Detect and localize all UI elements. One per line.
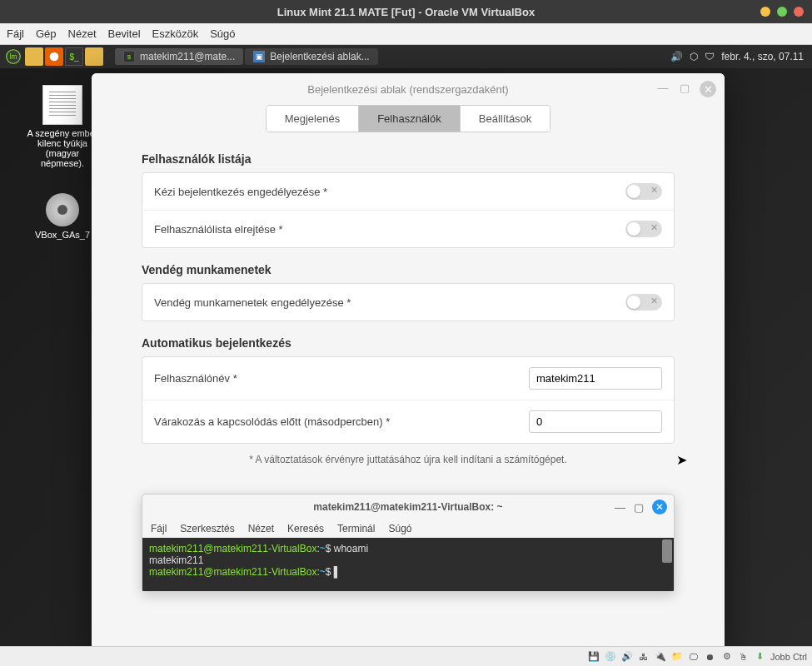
settings-minimize-button[interactable]: —	[656, 81, 670, 94]
shield-icon[interactable]: 🛡	[705, 51, 715, 62]
tab-users[interactable]: Felhasználók	[359, 106, 461, 132]
row-manual-login: Kézi bejelentkezés engedélyezése * ✕	[142, 173, 674, 211]
sb-disc-icon[interactable]: 💿	[604, 650, 617, 664]
term-menu-terminal[interactable]: Terminál	[337, 523, 375, 534]
sb-folder-icon[interactable]: 📁	[670, 650, 684, 664]
files-launcher-icon[interactable]	[85, 47, 103, 66]
terminal-launcher-icon[interactable]: $_	[65, 47, 83, 66]
section-guest: Vendég munkamenetek engedélyezése * ✕	[142, 283, 675, 321]
row-hide-userlist: Felhasználólista elrejtése * ✕	[142, 211, 674, 247]
label-hide-userlist: Felhasználólista elrejtése *	[154, 223, 625, 236]
network-icon[interactable]: ⬡	[690, 51, 698, 62]
sb-rec-icon[interactable]: ⏺	[704, 650, 717, 664]
sb-mouse-icon[interactable]: 🖱	[737, 650, 750, 664]
sb-cpu-icon[interactable]: ⚙	[720, 650, 734, 664]
vb-menu-devices[interactable]: Eszközök	[152, 27, 199, 40]
term-menu-view[interactable]: Nézet	[248, 523, 274, 534]
sb-hostkey: Jobb Ctrl	[770, 652, 807, 662]
term-prompt-path-2: ~	[320, 566, 326, 578]
disc-icon	[46, 193, 79, 226]
firefox-icon[interactable]	[45, 47, 63, 66]
label-allow-guest: Vendég munkamenetek engedélyezése *	[154, 296, 625, 309]
term-prompt-user-1: matekim211@matekim211-VirtualBox	[149, 543, 316, 554]
clock[interactable]: febr. 4., szo, 07.11	[721, 51, 804, 62]
term-menu-search[interactable]: Keresés	[287, 523, 324, 534]
label-delay: Várakozás a kapcsolódás előtt (másodperc…	[154, 415, 529, 428]
settings-maximize-button[interactable]: ▢	[678, 81, 691, 94]
taskbar-terminal-label: matekim211@mate...	[140, 51, 235, 62]
settings-title: Bejelentkezési ablak (rendszergazdaként)	[307, 83, 508, 96]
sb-usb-icon[interactable]: 🔌	[654, 650, 667, 664]
terminal-title: matekim211@matekim211-VirtualBox: ~	[313, 501, 502, 513]
virtualbox-menubar: Fájl Gép Nézet Bevitel Eszközök Súgó	[0, 23, 812, 45]
show-desktop-icon[interactable]	[25, 47, 43, 66]
sb-hd-icon[interactable]: 💾	[587, 650, 600, 664]
virtualbox-titlebar: Linux Mint 21.1 MATE [Fut] - Oracle VM V…	[0, 0, 812, 23]
taskbar-login-window[interactable]: ▣ Bejelentkezési ablak...	[245, 48, 377, 65]
vb-menu-view[interactable]: Nézet	[68, 27, 97, 40]
term-prompt-path-1: ~	[320, 543, 326, 554]
svg-text:lm: lm	[10, 53, 17, 61]
term-output-1: matekim211	[149, 554, 667, 566]
label-username: Felhasználónév *	[154, 372, 529, 385]
section-autologin: Felhasználónév * Várakozás a kapcsolódás…	[142, 356, 675, 444]
sb-arrow-icon[interactable]: ⬇	[754, 650, 767, 664]
label-manual-login: Kézi bejelentkezés engedélyezése *	[154, 186, 625, 198]
sb-net-icon[interactable]: 🖧	[637, 650, 650, 664]
virtualbox-title: Linux Mint 21.1 MATE [Fut] - Oracle VM V…	[277, 6, 535, 18]
vb-menu-help[interactable]: Súgó	[210, 27, 235, 40]
term-cmd-1: whoami	[334, 543, 368, 554]
section-userlist: Kézi bejelentkezés engedélyezése * ✕ Fel…	[142, 172, 675, 248]
terminal-icon: $	[123, 51, 135, 62]
mint-menu-icon[interactable]: lm	[3, 47, 23, 67]
toggle-manual-login[interactable]: ✕	[625, 183, 662, 200]
desktop-icon-vbox-label: VBox_GAs_7	[25, 230, 100, 240]
tab-appearance[interactable]: Megjelenés	[267, 106, 360, 132]
term-menu-edit[interactable]: Szerkesztés	[180, 523, 234, 534]
term-prompt-user-2: matekim211@matekim211-VirtualBox	[149, 566, 316, 578]
minimize-dot[interactable]	[760, 7, 770, 17]
document-icon	[42, 85, 82, 125]
settings-close-button[interactable]: ✕	[700, 81, 716, 97]
volume-icon[interactable]: 🔊	[670, 51, 683, 62]
row-delay: Várakozás a kapcsolódás előtt (másodperc…	[142, 400, 674, 443]
vb-menu-machine[interactable]: Gép	[36, 27, 57, 40]
settings-titlebar[interactable]: Bejelentkezési ablak (rendszergazdaként)…	[92, 73, 725, 105]
taskbar-terminal[interactable]: $ matekim211@mate...	[115, 48, 243, 65]
maximize-dot[interactable]	[777, 7, 787, 17]
terminal-maximize-button[interactable]: ▢	[634, 501, 644, 514]
desktop[interactable]: A szegény ember kilenc tyúkja (magyar né…	[0, 68, 812, 666]
sb-audio-icon[interactable]: 🔊	[620, 650, 634, 664]
terminal-body[interactable]: matekim211@matekim211-VirtualBox:~$ whoa…	[142, 538, 674, 591]
close-dot[interactable]	[794, 7, 804, 17]
term-cursor: ▌	[334, 566, 341, 578]
section-guest-title: Vendég munkamenetek	[142, 263, 675, 276]
vb-menu-file[interactable]: Fájl	[7, 27, 24, 40]
mouse-cursor-icon: ➤	[676, 452, 687, 468]
tab-settings[interactable]: Beállítások	[461, 106, 550, 132]
desktop-icon-vbox-ga[interactable]: VBox_GAs_7	[25, 193, 100, 240]
login-settings-icon: ▣	[253, 51, 265, 62]
mint-panel: lm $_ $ matekim211@mate... ▣ Bejelentkez…	[0, 45, 812, 68]
terminal-window: matekim211@matekim211-VirtualBox: ~ — ▢ …	[142, 494, 675, 592]
terminal-titlebar[interactable]: matekim211@matekim211-VirtualBox: ~ — ▢ …	[142, 495, 674, 519]
svg-point-2	[50, 52, 59, 62]
sb-display-icon[interactable]: 🖵	[687, 650, 700, 664]
settings-footnote: * A változtatások érvényre juttatásához …	[142, 454, 675, 465]
terminal-scrollbar[interactable]	[662, 539, 672, 563]
terminal-menubar: Fájl Szerkesztés Nézet Keresés Terminál …	[142, 519, 674, 538]
input-username[interactable]	[529, 367, 662, 390]
vb-menu-input[interactable]: Bevitel	[108, 27, 141, 40]
term-menu-file[interactable]: Fájl	[151, 523, 167, 534]
terminal-close-button[interactable]: ✕	[652, 500, 667, 514]
term-menu-help[interactable]: Súgó	[388, 523, 411, 534]
row-username: Felhasználónév *	[142, 357, 674, 400]
toggle-allow-guest[interactable]: ✕	[625, 294, 662, 311]
section-userlist-title: Felhasználók listája	[142, 152, 675, 166]
desktop-icon-document-label: A szegény ember kilenc tyúkja (magyar né…	[25, 128, 100, 168]
toggle-hide-userlist[interactable]: ✕	[625, 221, 662, 237]
desktop-icon-document[interactable]: A szegény ember kilenc tyúkja (magyar né…	[25, 85, 100, 168]
input-delay[interactable]	[529, 410, 662, 433]
terminal-minimize-button[interactable]: —	[615, 501, 625, 514]
taskbar-login-label: Bejelentkezési ablak...	[270, 51, 369, 62]
